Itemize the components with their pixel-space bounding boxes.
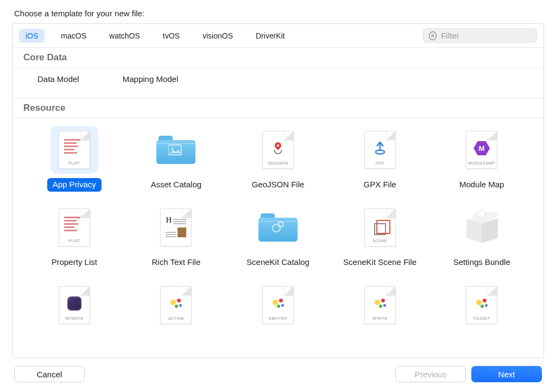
template-item[interactable]: Asset Catalog xyxy=(125,126,228,192)
template-label: Asset Catalog xyxy=(146,178,207,192)
section-header-resource: Resource xyxy=(12,98,544,118)
template-item[interactable]: GPXGPX File xyxy=(329,126,431,192)
template-label xyxy=(273,333,283,345)
template-label: Rich Text File xyxy=(147,256,206,269)
platform-tab-ios[interactable]: iOS xyxy=(19,29,45,43)
template-icon: H xyxy=(152,204,200,251)
dialog-footer: Cancel Previous Next xyxy=(12,358,544,392)
cancel-button[interactable]: Cancel xyxy=(14,366,85,382)
template-icon xyxy=(254,204,302,251)
platform-tab-watchos[interactable]: watchOS xyxy=(103,29,147,43)
template-label: SceneKit Catalog xyxy=(241,256,315,269)
template-label: GPX File xyxy=(358,178,402,192)
template-item[interactable]: SCENESceneKit Scene File xyxy=(329,204,431,269)
template-icon: INTENTS xyxy=(50,281,98,329)
template-label: App Privacy xyxy=(47,178,102,192)
template-icon: MMODULEMAP xyxy=(458,126,506,174)
previous-button: Previous xyxy=(395,366,466,382)
coredata-item[interactable]: Data Model xyxy=(37,74,79,84)
template-icon: GEOJSON xyxy=(254,126,302,174)
template-item[interactable]: INTENTS xyxy=(23,281,125,345)
filter-input[interactable] xyxy=(440,30,531,41)
template-item[interactable]: HRich Text File xyxy=(125,204,228,269)
platform-tab-visionos[interactable]: visionOS xyxy=(196,29,239,43)
template-label: Module Map xyxy=(454,178,510,192)
template-item[interactable]: PLISTApp Privacy xyxy=(23,126,125,192)
template-panel: iOSmacOSwatchOStvOSvisionOSDriverKit Cor… xyxy=(12,23,544,358)
template-icon: GPX xyxy=(356,126,404,174)
template-item[interactable]: MMODULEMAPModule Map xyxy=(431,126,533,192)
svg-rect-0 xyxy=(168,145,181,155)
template-label xyxy=(69,333,80,345)
template-item[interactable]: EMITTER xyxy=(227,281,329,345)
template-icon xyxy=(152,126,200,174)
platform-tabbar: iOSmacOSwatchOStvOSvisionOSDriverKit xyxy=(12,24,544,48)
template-icon: EMITTER xyxy=(254,281,302,329)
filter-icon xyxy=(429,31,437,40)
template-icon: SPRITE xyxy=(356,281,404,329)
filter-field[interactable] xyxy=(423,28,537,43)
template-icon xyxy=(458,204,506,251)
coredata-item[interactable]: Mapping Model xyxy=(123,74,179,84)
section-header-coredata: Core Data xyxy=(12,48,544,68)
platform-tab-tvos[interactable]: tvOS xyxy=(156,29,186,43)
template-label: Property List xyxy=(46,256,103,269)
template-item[interactable]: SceneKit Catalog xyxy=(227,204,329,269)
template-item[interactable]: Settings Bundle xyxy=(431,204,533,269)
svg-point-1 xyxy=(171,148,173,150)
template-label: Settings Bundle xyxy=(448,256,516,269)
template-scroll[interactable]: Core Data Data ModelMapping Model Resour… xyxy=(12,48,544,358)
template-item[interactable]: ACTION xyxy=(125,281,228,345)
template-icon: PLIST xyxy=(50,126,98,174)
platform-tab-driverkit[interactable]: DriverKit xyxy=(249,29,292,43)
template-item[interactable]: SPRITE xyxy=(329,281,431,345)
template-label xyxy=(476,333,487,345)
template-label: SceneKit Scene File xyxy=(338,256,422,269)
template-item[interactable]: PLISTProperty List xyxy=(23,204,125,269)
template-item[interactable]: TILESET xyxy=(431,281,533,345)
next-button[interactable]: Next xyxy=(471,366,542,382)
template-label: GeoJSON File xyxy=(247,178,310,192)
template-icon: SCENE xyxy=(356,204,404,251)
template-icon: ACTION xyxy=(152,281,200,329)
dialog-prompt: Choose a template for your new file: xyxy=(14,9,542,18)
template-icon: TILESET xyxy=(458,281,506,329)
template-icon: PLIST xyxy=(50,204,98,251)
template-label xyxy=(170,333,181,345)
svg-point-2 xyxy=(375,150,384,154)
template-label xyxy=(375,333,386,345)
platform-tab-macos[interactable]: macOS xyxy=(54,29,93,43)
template-item[interactable]: GEOJSONGeoJSON File xyxy=(227,126,329,192)
